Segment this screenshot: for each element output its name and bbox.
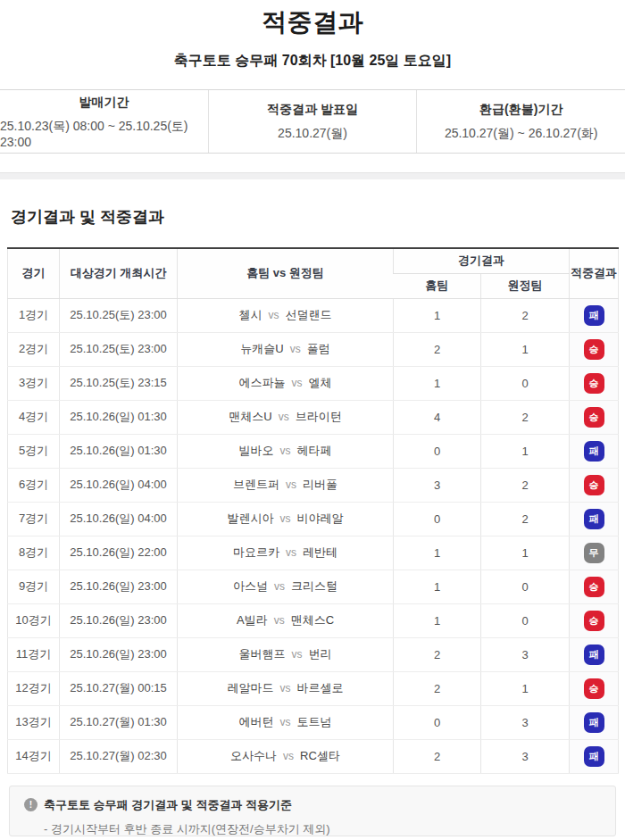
col-header-away: 원정팀 [481,273,570,298]
home-score: 4 [394,400,481,434]
away-score: 1 [481,434,570,468]
section-heading: 경기결과 및 적중결과 [11,206,625,228]
info-value: 25.10.27(월) ~ 26.10.27(화) [445,126,598,142]
home-team: 마요르카 [233,545,279,561]
table-row: 11경기 25.10.26(일) 23:00 울버햄프 vs 번리 2 3 패 [8,637,619,671]
teams-cell: 뉴캐슬U vs 풀럼 [178,341,393,357]
teams-cell: 마요르카 vs 레반테 [178,545,393,561]
results-table: 경기 대상경기 개최시간 홈팀 vs 원정팀 경기결과 적중결과 홈팀 원정팀 … [7,247,619,774]
table-row: 14경기 25.10.27(월) 02:30 오사수나 vs RC셀타 2 3 … [8,739,619,773]
home-score: 1 [394,570,481,603]
match-number: 9경기 [8,570,60,603]
match-number: 12경기 [8,671,60,705]
col-header-time: 대상경기 개최시간 [60,248,178,298]
away-score: 3 [481,637,570,671]
away-team: 크리스털 [291,578,338,595]
match-time: 25.10.25(토) 23:15 [60,366,178,400]
home-team: 아스널 [233,578,268,595]
home-score: 2 [394,637,481,671]
info-bar: 발매기간 25.10.23(목) 08:00 ~ 25.10.25(토) 23:… [0,89,625,154]
home-team: A빌라 [237,612,268,628]
match-number: 3경기 [8,366,60,400]
vs-label: vs [286,546,296,559]
vs-label: vs [269,309,279,321]
table-row: 12경기 25.10.27(월) 00:15 레알마드 vs 바르셀로 2 1 … [8,671,619,705]
home-score: 0 [394,502,481,536]
away-team: 토트넘 [297,714,332,730]
vs-label: vs [274,614,285,627]
table-row: 8경기 25.10.26(일) 22:00 마요르카 vs 레반테 1 1 무 [8,536,619,570]
away-team: 바르셀로 [297,680,344,696]
away-score: 2 [481,298,570,332]
vs-label: vs [274,580,285,593]
vs-label: vs [280,445,291,457]
result-badge: 승 [584,577,604,597]
home-team: 뉴캐슬U [240,341,283,357]
home-score: 3 [394,468,481,502]
home-team: 맨체스U [229,409,271,425]
home-score: 2 [394,671,481,705]
home-score: 0 [394,434,481,468]
away-team: 번리 [309,646,332,662]
match-number: 14경기 [8,739,60,773]
teams-cell: 에버턴 vs 토트넘 [178,714,393,730]
vs-label: vs [292,648,303,661]
match-number: 10경기 [8,603,60,637]
vs-label: vs [280,716,291,728]
col-header-match: 경기 [8,248,60,298]
table-row: 3경기 25.10.25(토) 23:15 에스파뇰 vs 엘체 1 0 승 [8,366,619,400]
away-score: 2 [481,400,570,434]
teams-cell: 브렌트퍼 vs 리버풀 [178,477,393,493]
match-time: 25.10.26(일) 23:00 [60,603,178,637]
home-team: 레알마드 [228,680,274,696]
away-score: 3 [481,739,570,773]
home-team: 브렌트퍼 [233,477,279,493]
away-team: 비야레알 [297,511,344,527]
teams-cell: 에스파뇰 vs 엘체 [178,375,393,391]
match-number: 7경기 [8,502,60,536]
home-score: 2 [394,332,481,366]
away-team: 레반테 [303,545,338,561]
teams-cell: 맨체스U vs 브라이턴 [178,409,393,425]
vs-label: vs [280,512,291,525]
away-team: 엘체 [309,375,332,391]
results-table-head: 경기 대상경기 개최시간 홈팀 vs 원정팀 경기결과 적중결과 홈팀 원정팀 [8,248,619,298]
teams-cell: 레알마드 vs 바르셀로 [178,680,393,696]
away-score: 2 [481,468,570,502]
info-label: 적중결과 발표일 [267,102,358,118]
match-time: 25.10.26(일) 04:00 [60,502,178,536]
away-score: 2 [481,502,570,536]
home-team: 발렌시아 [228,511,274,527]
home-score: 1 [394,603,481,637]
info-label: 발매기간 [79,95,129,111]
away-score: 1 [481,536,570,570]
match-time: 25.10.26(일) 04:00 [60,468,178,502]
table-row: 9경기 25.10.26(일) 23:00 아스널 vs 크리스털 1 0 승 [8,570,619,603]
table-row: 5경기 25.10.26(일) 01:30 빌바오 vs 헤타페 0 1 패 [8,434,619,468]
away-score: 1 [481,332,570,366]
table-row: 4경기 25.10.26(일) 01:30 맨체스U vs 브라이턴 4 2 승 [8,400,619,434]
info-label: 환급(환불)기간 [479,102,562,118]
away-team: 맨체스C [291,612,334,628]
footnote-box: ! 축구토토 승무패 경기결과 및 적중결과 적용기준 - 경기시작부터 후반 … [9,786,616,836]
section-divider [0,172,625,179]
result-badge: 패 [584,712,604,733]
match-time: 25.10.27(월) 01:30 [60,705,178,739]
result-badge: 승 [584,678,604,699]
teams-cell: 아스널 vs 크리스털 [178,578,393,595]
home-score: 1 [394,366,481,400]
match-time: 25.10.26(일) 23:00 [60,570,178,603]
home-team: 에버턴 [239,714,274,730]
table-row: 2경기 25.10.25(토) 23:00 뉴캐슬U vs 풀럼 2 1 승 [8,332,619,366]
footnote-title-row: ! 축구토토 승무패 경기결과 및 적중결과 적용기준 [24,797,601,813]
home-team: 울버햄프 [239,646,286,662]
footnote-title: 축구토토 승무패 경기결과 및 적중결과 적용기준 [44,797,292,813]
teams-cell: 울버햄프 vs 번리 [178,646,393,662]
info-value: 25.10.27(월) [278,126,347,142]
result-badge: 패 [584,746,604,767]
vs-label: vs [283,750,294,762]
home-team: 빌바오 [239,443,274,459]
match-number: 8경기 [8,536,60,570]
match-number: 1경기 [8,298,60,332]
result-badge: 패 [584,509,604,529]
